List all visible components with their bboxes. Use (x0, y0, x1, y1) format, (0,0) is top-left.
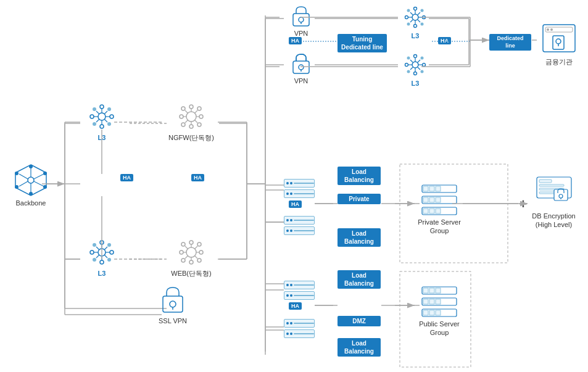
vpn-top-node: VPN (280, 5, 323, 38)
svg-line-77 (104, 255, 107, 258)
svg-line-76 (96, 247, 99, 250)
svg-rect-193 (423, 310, 428, 315)
web-label: WEB(단독형) (171, 269, 211, 278)
svg-point-118 (299, 17, 304, 22)
ha-private-label: HA (289, 200, 302, 208)
svg-rect-174 (429, 209, 434, 213)
svg-rect-114 (163, 296, 183, 312)
svg-point-99 (189, 260, 193, 264)
ha-vpn-left-label: HA (289, 37, 302, 44)
svg-point-103 (197, 258, 201, 262)
l3-top-left-node: L3 (80, 102, 123, 142)
svg-point-70 (93, 258, 96, 262)
svg-line-139 (418, 12, 420, 15)
svg-line-96 (194, 110, 197, 114)
vpn-top-icon (292, 5, 310, 27)
ssl-vpn-label: SSL VPN (159, 316, 187, 325)
ha-dmz-node: HA (289, 302, 302, 310)
backbone-label: Backbone (16, 199, 46, 207)
svg-point-51 (93, 107, 96, 111)
svg-point-102 (181, 242, 185, 246)
tuning-dedicated-label: Tuning Dedicated line (337, 34, 387, 52)
load-balancing-2-label: Load Balancing (337, 228, 381, 247)
svg-point-48 (100, 125, 104, 128)
svg-line-93 (185, 110, 188, 114)
server-rack-private-top (284, 179, 315, 198)
svg-point-39 (15, 185, 19, 189)
svg-point-131 (421, 9, 424, 12)
svg-rect-185 (423, 288, 428, 293)
svg-point-84 (199, 115, 203, 118)
svg-point-36 (43, 172, 47, 175)
svg-line-60 (104, 119, 107, 122)
svg-point-145 (407, 57, 410, 60)
svg-point-146 (421, 70, 424, 73)
l3-bottom-left-icon (87, 238, 117, 267)
svg-point-124 (414, 7, 417, 10)
svg-rect-173 (423, 209, 428, 213)
vpn-bottom-icon (292, 52, 310, 75)
ha-left-bottom: HA (191, 174, 204, 181)
svg-point-130 (407, 23, 410, 26)
svg-point-81 (189, 105, 193, 109)
financial-node: 금융기관 (536, 19, 582, 66)
svg-point-121 (299, 65, 304, 70)
web-icon (176, 238, 206, 267)
ngfw-label: NGFW(단독형) (168, 133, 214, 142)
svg-point-88 (197, 107, 201, 110)
svg-line-156 (418, 60, 420, 62)
svg-rect-158 (545, 27, 573, 32)
ngfw-icon (176, 102, 206, 131)
svg-point-128 (407, 9, 410, 12)
svg-point-53 (93, 122, 96, 126)
ssl-vpn-icon (160, 285, 185, 315)
svg-line-62 (104, 111, 107, 114)
svg-point-86 (197, 123, 201, 126)
svg-rect-189 (423, 299, 428, 304)
web-node: WEB(단독형) (164, 238, 219, 278)
svg-point-37 (43, 185, 47, 189)
svg-point-101 (199, 250, 203, 254)
svg-point-162 (556, 39, 561, 44)
svg-point-143 (405, 64, 408, 67)
public-server-group-icon (421, 286, 458, 318)
db-encryption-node: DB Encryption (High Level) (528, 176, 580, 229)
private-server-group-icon (421, 184, 458, 216)
svg-point-52 (107, 122, 111, 126)
svg-rect-166 (429, 186, 434, 191)
svg-point-123 (412, 14, 418, 20)
ha-private-node: HA (289, 200, 302, 208)
svg-point-47 (100, 105, 104, 109)
svg-point-126 (405, 16, 408, 19)
svg-line-111 (194, 255, 197, 258)
svg-point-54 (107, 107, 111, 111)
ssl-vpn-node: SSL VPN (148, 285, 197, 325)
svg-line-113 (194, 246, 197, 249)
svg-point-125 (414, 25, 417, 28)
svg-rect-161 (553, 36, 564, 49)
svg-rect-175 (436, 209, 441, 213)
svg-point-129 (421, 23, 424, 26)
svg-rect-178 (539, 184, 564, 186)
server-rack-dmz-bottom (284, 319, 315, 338)
svg-point-142 (414, 72, 417, 75)
svg-line-59 (96, 111, 99, 114)
svg-rect-165 (423, 186, 428, 191)
dmz-box-label: DMZ (337, 316, 381, 326)
backbone-node: Backbone (6, 163, 56, 207)
ha-left-bottom-label: HA (191, 174, 204, 181)
svg-point-160 (550, 28, 553, 31)
svg-point-140 (412, 62, 418, 68)
svg-point-65 (100, 260, 104, 264)
plus-icon: + (520, 196, 528, 212)
ha-vpn-left: HA (289, 37, 302, 44)
svg-line-136 (410, 12, 413, 15)
vpn-bottom-node: VPN (280, 52, 323, 85)
svg-point-100 (180, 250, 183, 254)
ngfw-node: NGFW(단독형) (164, 102, 219, 142)
l3-right-bottom-node: L3 (397, 52, 434, 88)
svg-point-33 (28, 177, 34, 183)
svg-point-141 (414, 55, 417, 58)
svg-line-137 (418, 20, 420, 22)
svg-point-50 (110, 115, 114, 118)
